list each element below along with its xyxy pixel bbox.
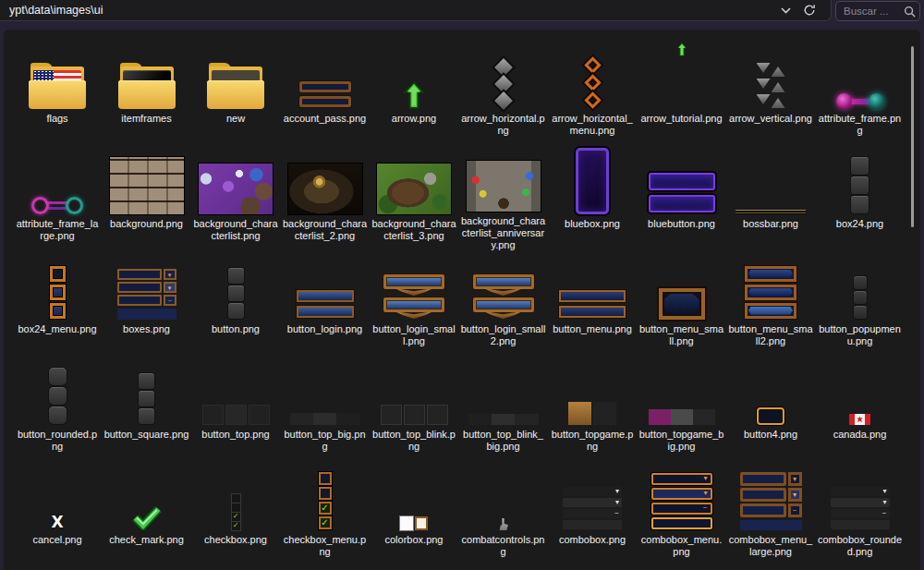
file-tile-button-top-png[interactable]: button_top.png: [191, 357, 280, 462]
file-label: button_menu_small2.png: [728, 323, 813, 347]
file-label: colorbox.png: [385, 534, 444, 546]
combobox_menu_l-thumbnail: ▾▾−: [728, 462, 813, 530]
box24-thumbnail: [818, 146, 903, 214]
file-tile-button-login-png[interactable]: button_login.png: [281, 251, 370, 357]
file-tile-box24-menu-png[interactable]: box24_menu.png: [13, 251, 102, 357]
btn_login_s-thumbnail: [371, 251, 456, 320]
file-tile-arrow-vertical-png[interactable]: arrow_vertical.png: [726, 41, 815, 146]
file-label: new: [226, 113, 245, 125]
file-tile-cancel-png[interactable]: Xcancel.png: [13, 462, 102, 567]
file-tile-button-rounded-png[interactable]: button_rounded.png: [13, 357, 102, 462]
refresh-icon[interactable]: [797, 2, 821, 18]
file-tile-combatcontrols-png[interactable]: combatcontrols.png: [459, 462, 548, 567]
file-tile-button4-png[interactable]: button4.png: [726, 357, 815, 462]
file-tile-box24-png[interactable]: box24.png: [816, 146, 905, 251]
file-tile-button-menu-small-png[interactable]: button_menu_small.png: [638, 251, 726, 357]
file-tile-attribute-frame-large-png[interactable]: attribute_frame_large.png: [13, 146, 102, 251]
bg_stone-thumbnail: [104, 146, 189, 214]
combobox_rounded-thumbnail: ▾▾−: [818, 462, 903, 530]
chevron-down-icon[interactable]: [773, 2, 797, 18]
bg_dungeon-thumbnail: [283, 146, 368, 214]
file-tile-background-characterlist-anniversary-png[interactable]: background_characterlist_anniversary.png: [459, 146, 548, 251]
folder_flags-thumbnail: [15, 41, 100, 109]
file-tile-account-pass-png[interactable]: account_pass.png: [281, 41, 370, 146]
file-tile-new[interactable]: new: [191, 41, 280, 146]
file-tile-arrow-horizontal-menu-png[interactable]: arrow_horizontal_menu.png: [548, 41, 637, 146]
file-tile-button-top-blink-big-png[interactable]: button_top_blink_big.png: [459, 357, 548, 462]
scrollbar-thumb[interactable]: [911, 46, 914, 227]
address-bar[interactable]: ypt\data\images\ui: [0, 0, 832, 21]
file-tile-button-popupmenu-png[interactable]: button_popupmenu.png: [816, 251, 905, 357]
search-box[interactable]: [835, 1, 920, 21]
file-tile-combobox-menu-large-png[interactable]: ▾▾−combobox_menu_large.png: [726, 462, 815, 567]
toolbar: ypt\data\images\ui: [0, 0, 924, 30]
arrow_h-thumbnail: [461, 41, 546, 109]
checkbox-thumbnail: ✓✓: [193, 462, 278, 530]
file-label: attribute_frame_large.png: [15, 218, 100, 242]
file-tile-combobox-menu-png[interactable]: ▾▾−combobox_menu.png: [638, 462, 726, 567]
search-icon[interactable]: [904, 6, 916, 18]
path-text: ypt\data\images\ui: [9, 4, 773, 17]
file-tile-arrow-png[interactable]: arrow.png: [370, 41, 458, 146]
file-label: arrow_horizontal_menu.png: [550, 113, 635, 137]
file-label: flags: [46, 113, 67, 125]
file-label: boxes.png: [123, 323, 170, 335]
file-tile-combobox-png[interactable]: ▾▾−combobox.png: [548, 462, 637, 567]
file-tile-background-characterlist-3-png[interactable]: background_characterlist_3.png: [370, 146, 458, 251]
file-label: background_characterlist.png: [193, 218, 278, 242]
arrow-thumbnail: [371, 41, 456, 109]
file-tile-arrow-horizontal-png[interactable]: arrow_horizontal.png: [459, 41, 548, 146]
file-tile-button-topgame-png[interactable]: button_topgame.png: [548, 357, 637, 462]
file-tile-button-menu-small2-png[interactable]: button_menu_small2.png: [726, 251, 815, 357]
file-tile-flags[interactable]: flags: [13, 41, 102, 146]
file-tile-button-login-small-png[interactable]: button_login_small.png: [370, 251, 458, 357]
file-tile-check-mark-png[interactable]: check_mark.png: [103, 462, 191, 567]
file-tile-attribute-frame-png[interactable]: attribute_frame.png: [816, 41, 905, 146]
file-label: button_login_small2.png: [461, 323, 546, 347]
colorbox-thumbnail: [371, 462, 456, 530]
file-tile-itemframes[interactable]: itemframes: [103, 41, 191, 146]
file-label: background_characterlist_3.png: [371, 218, 456, 242]
file-tile-canada-png[interactable]: canada.png: [816, 357, 905, 462]
file-tile-bluebox-png[interactable]: bluebox.png: [548, 146, 637, 251]
file-tile-button-top-blink-png[interactable]: button_top_blink.png: [370, 357, 458, 462]
search-input[interactable]: [844, 6, 904, 17]
file-label: canada.png: [833, 429, 887, 441]
file-tile-bossbar-png[interactable]: bossbar.png: [726, 146, 815, 251]
file-tile-button-topgame-big-png[interactable]: button_topgame_big.png: [638, 357, 726, 462]
file-tile-background-characterlist-png[interactable]: background_characterlist.png: [191, 146, 280, 251]
file-tile-button-top-big-png[interactable]: button_top_big.png: [281, 357, 370, 462]
btn_square-thumbnail: [104, 357, 189, 425]
file-grid: flagsitemframesnewaccount_pass.pngarrow.…: [4, 30, 920, 567]
file-tile-button-menu-png[interactable]: button_menu.png: [548, 251, 637, 357]
bluebutton-thumbnail: [639, 146, 724, 214]
file-tile-bluebutton-png[interactable]: bluebutton.png: [638, 146, 726, 251]
file-label: button_top.png: [201, 429, 269, 441]
file-tile-button-png[interactable]: button.png: [191, 251, 280, 357]
btn_menu-thumbnail: [550, 251, 635, 320]
file-tile-arrow-tutorial-png[interactable]: arrow_tutorial.png: [638, 41, 726, 146]
file-tile-checkbox-png[interactable]: ✓✓checkbox.png: [191, 462, 280, 567]
file-label: combobox.png: [559, 534, 626, 546]
file-label: button_login_small.png: [371, 323, 456, 347]
file-tile-combobox-rounded-png[interactable]: ▾▾−combobox_rounded.png: [816, 462, 905, 567]
file-label: cancel.png: [32, 534, 81, 546]
folder_new-thumbnail: [193, 41, 278, 109]
file-tile-button-login-small2-png[interactable]: button_login_small2.png: [459, 251, 548, 357]
file-label: background.png: [110, 218, 183, 230]
file-tile-button-square-png[interactable]: button_square.png: [103, 357, 191, 462]
file-label: checkbox_menu.png: [283, 534, 368, 558]
file-label: button_top_blink.png: [371, 429, 456, 453]
cancel-thumbnail: X: [15, 462, 100, 530]
file-tile-background-characterlist-2-png[interactable]: background_characterlist_2.png: [281, 146, 370, 251]
file-label: button.png: [212, 323, 260, 335]
file-tile-colorbox-png[interactable]: colorbox.png: [370, 462, 458, 567]
file-tile-checkbox-menu-png[interactable]: ✓✓checkbox_menu.png: [281, 462, 370, 567]
file-label: bluebutton.png: [648, 218, 715, 230]
file-tile-boxes-png[interactable]: ▾▾−boxes.png: [103, 251, 191, 357]
bg_anniv-thumbnail: [461, 146, 546, 212]
file-label: check_mark.png: [109, 534, 184, 546]
file-tile-background-png[interactable]: background.png: [103, 146, 191, 251]
file-label: checkbox.png: [204, 534, 267, 546]
button4-thumbnail: [728, 357, 813, 425]
